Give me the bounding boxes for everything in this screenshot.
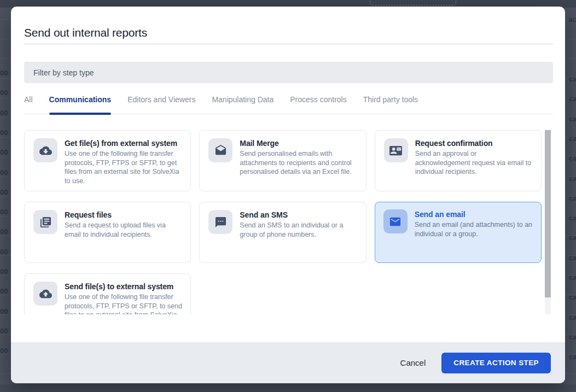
card-request-files[interactable]: Request filesSend a request to upload fi… — [24, 202, 191, 263]
card-title: Mail Merge — [240, 138, 358, 148]
scrollbar-track[interactable] — [545, 129, 551, 314]
background-text-fragment: 00 — [0, 248, 8, 256]
card-title: Send an email — [415, 209, 534, 219]
card-title: Request files — [65, 210, 183, 220]
background-text-fragment: 00 — [0, 208, 8, 217]
background-text-fragment: ca — [569, 273, 576, 282]
background-text-fragment: ca — [569, 214, 576, 223]
create-action-step-button[interactable]: CREATE ACTION STEP — [441, 353, 551, 373]
background-bottom-bar — [0, 384, 576, 392]
background-text-fragment: 00 — [0, 89, 8, 97]
background-text-fragment: ca — [569, 293, 576, 302]
dialog-footer: Cancel CREATE ACTION STEP — [11, 342, 565, 383]
background-text-fragment: 00 — [0, 148, 8, 157]
tab-manipulating-data[interactable]: Manipulating Data — [212, 92, 274, 114]
card-title: Request confirmation — [415, 138, 533, 148]
background-text-fragment: ca — [569, 134, 576, 143]
background-text-fragment: ca — [569, 353, 576, 361]
card-title: Get file(s) from external system — [65, 138, 183, 148]
card-send-an-sms[interactable]: Send an SMSSend an SMS to an individual … — [199, 202, 366, 263]
sms-icon — [208, 210, 232, 234]
tab-process-controls[interactable]: Process controls — [290, 92, 346, 114]
tab-editors-and-viewers[interactable]: Editors and Viewers — [127, 92, 195, 114]
card-mail-merge[interactable]: Mail MergeSend personalised emails with … — [199, 130, 366, 191]
card-send-file-s-to-external-system[interactable]: Send file(s) to external systemUse one o… — [24, 273, 191, 314]
contact-mail-icon — [384, 138, 408, 162]
cloud-download-icon — [33, 138, 57, 162]
title-underline — [24, 44, 553, 44]
background-text-fragment: 00 — [0, 69, 8, 78]
dialog-title: Send out internal reports — [24, 26, 147, 39]
background-text-fragment: 00 — [0, 168, 8, 177]
background-text-fragment: 00 — [0, 327, 8, 336]
background-text-fragment: ca — [569, 194, 576, 203]
card-title: Send file(s) to external system — [65, 282, 183, 291]
background-text-fragment: ca — [569, 174, 576, 183]
mail-icon — [383, 209, 408, 233]
background-text-fragment: 00 — [0, 347, 8, 355]
card-description: Send an approval or acknowledgement requ… — [415, 149, 533, 177]
cancel-button[interactable]: Cancel — [393, 353, 434, 373]
create-action-step-dialog: Send out internal reports AllCommunicati… — [11, 7, 565, 383]
background-text-fragment: ca — [569, 95, 576, 103]
card-description: Send an email (and attachments) to an in… — [415, 220, 534, 238]
background-text-fragment: ca — [569, 313, 576, 322]
tab-all[interactable]: All — [24, 92, 33, 114]
background-text-fragment: 00 — [0, 287, 8, 296]
background-text-fragment: ca — [569, 233, 576, 242]
cards-viewport: Get file(s) from external systemUse one … — [24, 129, 542, 314]
background-text-fragment: 00 — [0, 188, 8, 197]
background-dashed-placeholder — [370, 0, 456, 5]
mail-open-icon — [208, 138, 232, 162]
background-text-fragment: ca — [569, 75, 576, 84]
card-request-confirmation[interactable]: Request confirmationSend an approval or … — [375, 130, 542, 191]
background-text-fragment: 00 — [0, 128, 8, 137]
background-text-fragment: 00 — [0, 227, 8, 236]
background-text-fragment: 00 — [0, 109, 8, 118]
card-title: Send an SMS — [240, 210, 358, 220]
card-description: Send personalised emails with attachment… — [240, 149, 358, 177]
card-get-file-s-from-external-system[interactable]: Get file(s) from external systemUse one … — [24, 130, 191, 191]
filter-step-type-input[interactable] — [24, 62, 553, 83]
card-description: Send a request to upload files via email… — [65, 221, 183, 239]
background-text-fragment: ca — [569, 254, 576, 262]
cloud-upload-icon — [33, 282, 57, 306]
tab-third-party-tools[interactable]: Third party tools — [363, 92, 418, 114]
background-text-fragment: 00 — [0, 267, 8, 276]
background-text-fragment: ca — [569, 115, 576, 124]
background-text-fragment: 00 — [0, 307, 8, 316]
card-send-an-email[interactable]: Send an emailSend an email (and attachme… — [375, 202, 542, 263]
background-text-fragment: ca — [569, 154, 576, 163]
scrollbar-thumb[interactable] — [545, 130, 551, 297]
library-books-icon — [33, 210, 57, 234]
background-text-fragment: ca — [569, 333, 576, 342]
tab-communications[interactable]: Communications — [49, 92, 112, 114]
cards-grid: Get file(s) from external systemUse one … — [24, 129, 542, 314]
card-description: Send an SMS to an individual or a group … — [240, 221, 358, 239]
card-description: Use one of the following file transfer p… — [65, 292, 183, 314]
card-description: Use one of the following file transfer p… — [65, 149, 183, 185]
background-text-fragment: ac — [568, 15, 576, 24]
tabs: AllCommunicationsEditors and ViewersMani… — [24, 92, 553, 114]
